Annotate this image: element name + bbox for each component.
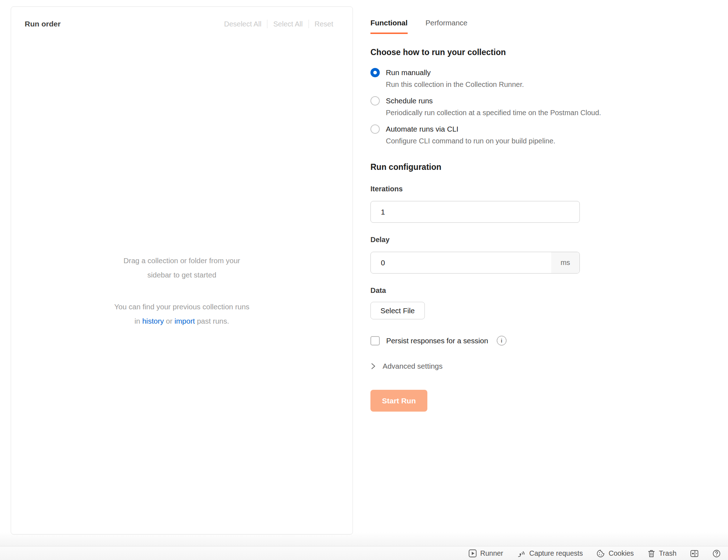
data-label: Data (370, 286, 728, 295)
advanced-settings-toggle[interactable]: Advanced settings (370, 362, 728, 370)
run-order-actions: Deselect All Select All Reset (218, 20, 339, 28)
statusbar-runner[interactable]: Runner (469, 549, 503, 557)
automate-cli-radio[interactable] (370, 124, 380, 134)
persist-responses-row: Persist responses for a session i (370, 336, 728, 345)
empty-find-line1: You can find your previous collection ru… (11, 300, 353, 314)
schedule-runs-label: Schedule runs (386, 97, 433, 105)
runner-label: Runner (480, 549, 503, 557)
question-circle-icon (712, 549, 721, 558)
option-automate-cli: Automate runs via CLI Configure CLI comm… (370, 124, 728, 145)
iterations-label: Iterations (370, 185, 728, 193)
history-link[interactable]: history (142, 317, 164, 325)
select-all-button[interactable]: Select All (267, 20, 308, 28)
split-panel-icon (690, 549, 699, 558)
capture-requests-label: Capture requests (529, 549, 583, 557)
empty-find-pre: in (135, 317, 142, 325)
cookie-icon (596, 549, 605, 558)
delay-input[interactable] (370, 252, 580, 274)
delay-label: Delay (370, 236, 728, 244)
empty-find-post: past runs. (195, 317, 229, 325)
statusbar-cookies[interactable]: Cookies (596, 549, 634, 558)
option-schedule-runs: Schedule runs Periodically run collectio… (370, 96, 728, 117)
start-run-button[interactable]: Start Run (370, 390, 427, 412)
reset-button[interactable]: Reset (309, 20, 339, 28)
info-icon[interactable]: i (497, 336, 506, 345)
cookies-label: Cookies (608, 549, 634, 557)
schedule-runs-radio[interactable] (370, 96, 380, 105)
option-run-manually: Run manually Run this collection in the … (370, 68, 728, 89)
automate-cli-row[interactable]: Automate runs via CLI (370, 124, 728, 134)
run-order-title: Run order (25, 20, 60, 28)
statusbar-panel-toggle[interactable] (690, 549, 699, 558)
empty-drag-line1: Drag a collection or folder from your (11, 254, 353, 268)
import-link[interactable]: import (174, 317, 195, 325)
trash-icon (647, 549, 655, 558)
run-manually-label: Run manually (386, 68, 431, 77)
run-order-header: Run order Deselect All Select All Reset (11, 7, 353, 28)
persist-responses-checkbox[interactable] (370, 336, 380, 345)
run-settings-panel: Functional Performance Choose how to run… (370, 0, 728, 412)
statusbar-help[interactable] (712, 549, 721, 558)
status-bar: Runner Capture requests Cookies Trash (0, 546, 728, 560)
delay-input-wrap: ms (370, 252, 580, 274)
automate-cli-description: Configure CLI command to run on your bui… (386, 137, 728, 145)
choose-run-heading: Choose how to run your collection (370, 48, 728, 57)
run-manually-description: Run this collection in the Collection Ru… (386, 80, 728, 89)
run-mode-tabs: Functional Performance (370, 0, 728, 34)
empty-find-mid: or (164, 317, 175, 325)
run-configuration-heading: Run configuration (370, 162, 728, 172)
persist-responses-label: Persist responses for a session (386, 337, 488, 345)
tab-functional[interactable]: Functional (370, 19, 408, 34)
empty-drag-line2: sidebar to get started (11, 268, 353, 282)
run-manually-radio[interactable] (370, 68, 380, 77)
schedule-runs-row[interactable]: Schedule runs (370, 96, 728, 105)
statusbar-capture-requests[interactable]: Capture requests (517, 549, 583, 558)
trash-label: Trash (659, 549, 676, 557)
empty-state: Drag a collection or folder from your si… (11, 254, 353, 328)
empty-find-line2: in history or import past runs. (11, 314, 353, 328)
runner-play-icon (469, 549, 477, 557)
deselect-all-button[interactable]: Deselect All (218, 20, 267, 28)
run-order-panel: Run order Deselect All Select All Reset … (11, 6, 353, 535)
delay-unit-suffix: ms (551, 252, 579, 273)
run-mode-options: Run manually Run this collection in the … (370, 68, 728, 145)
advanced-settings-label: Advanced settings (383, 362, 443, 370)
run-manually-row[interactable]: Run manually (370, 68, 728, 77)
select-file-button[interactable]: Select File (370, 302, 425, 319)
automate-cli-label: Automate runs via CLI (386, 125, 458, 133)
tab-performance[interactable]: Performance (426, 19, 467, 34)
capture-requests-icon (517, 549, 526, 558)
iterations-input[interactable] (370, 201, 580, 223)
statusbar-trash[interactable]: Trash (647, 549, 676, 558)
chevron-right-icon (370, 362, 376, 370)
schedule-runs-description: Periodically run collection at a specifi… (386, 109, 728, 117)
